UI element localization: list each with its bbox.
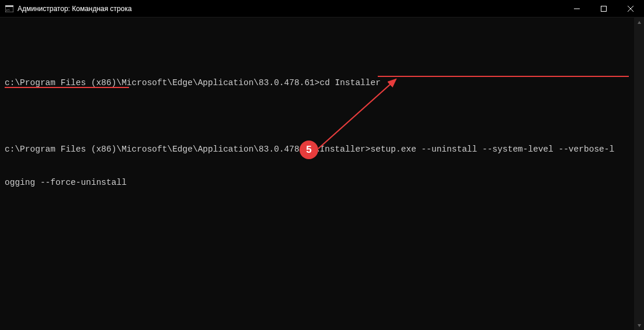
command-2b: ogging --force-uninstall (5, 178, 127, 187)
command-2a: setup.exe --uninstall --system-level --v… (371, 145, 615, 154)
terminal-area[interactable]: c:\Program Files (x86)\Microsoft\Edge\Ap… (0, 17, 644, 330)
terminal-line-2: c:\Program Files (x86)\Microsoft\Edge\Ap… (5, 144, 639, 155)
vertical-scrollbar[interactable] (634, 17, 644, 330)
maximize-button[interactable] (590, 0, 617, 17)
scroll-down-arrow-icon[interactable] (634, 320, 644, 330)
cmd-icon: c:\ (5, 4, 14, 13)
svg-marker-7 (638, 21, 641, 24)
window-title: Администратор: Командная строка (18, 5, 132, 13)
close-button[interactable] (617, 0, 644, 17)
svg-rect-4 (601, 6, 607, 11)
prompt-1: c:\Program Files (x86)\Microsoft\Edge\Ap… (5, 78, 320, 87)
window-controls (563, 0, 644, 17)
terminal-line-2-wrap: ogging --force-uninstall (5, 177, 639, 188)
svg-marker-8 (638, 324, 641, 327)
svg-rect-1 (5, 5, 13, 7)
minimize-button[interactable] (563, 0, 590, 17)
scroll-up-arrow-icon[interactable] (634, 17, 644, 27)
prompt-2: c:\Program Files (x86)\Microsoft\Edge\Ap… (5, 145, 371, 154)
window-titlebar: c:\ Администратор: Командная строка (0, 0, 644, 17)
terminal-output: c:\Program Files (x86)\Microsoft\Edge\Ap… (0, 17, 644, 215)
command-1: cd Installer (320, 78, 381, 87)
terminal-line-1: c:\Program Files (x86)\Microsoft\Edge\Ap… (5, 78, 639, 89)
scrollbar-track-area[interactable] (634, 27, 644, 320)
svg-text:c:\: c:\ (6, 8, 10, 12)
